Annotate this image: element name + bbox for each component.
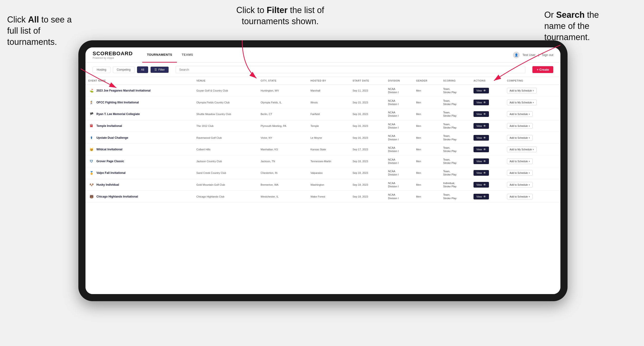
table-row: 🐱 Wildcat Invitational Colbert Hills Man… xyxy=(86,144,560,155)
view-button-2[interactable]: View 👁 xyxy=(474,111,489,117)
annotation-topright: Or Search thename of thetournament. xyxy=(544,9,634,43)
view-button-4[interactable]: View 👁 xyxy=(474,135,489,141)
eye-icon-0: 👁 xyxy=(483,89,486,92)
view-button-0[interactable]: View 👁 xyxy=(474,88,489,93)
table-row: 🛡 Grover Page Classic Jackson Country Cl… xyxy=(86,155,560,167)
division-cell-0: NCAADivision I xyxy=(385,85,413,97)
table-row: ⬆ Upstate Dual Challenge Ravenwood Golf … xyxy=(86,132,560,144)
city-state-cell-2: Berlin, CT xyxy=(258,108,308,120)
view-label-6: View xyxy=(476,160,482,163)
table-row: 🏛 Temple Invitational The 1912 Club Plym… xyxy=(86,120,560,132)
start-date-cell-6: Sep 18, 2023 xyxy=(350,155,385,167)
competing-cell-4: Add to Schedule + xyxy=(504,132,560,144)
competing-tab[interactable]: Competing xyxy=(113,66,135,73)
competing-cell-7: Add to Schedule + xyxy=(504,167,560,179)
search-input[interactable] xyxy=(176,66,526,73)
view-button-8[interactable]: View 👁 xyxy=(474,182,489,187)
eye-icon-8: 👁 xyxy=(483,183,486,186)
annotation-topleft: Click All to see a full list of tourname… xyxy=(7,14,74,47)
venue-cell-8: Gold Mountain Golf Club xyxy=(194,179,258,191)
header-right: 👤 Test User | Sign out xyxy=(513,52,553,58)
filter-button[interactable]: ☰ Filter xyxy=(150,67,168,73)
view-button-5[interactable]: View 👁 xyxy=(474,147,489,152)
gender-cell-2: Men xyxy=(413,108,440,120)
event-name-3: Temple Invitational xyxy=(96,124,122,128)
col-scoring: SCORING xyxy=(440,77,471,85)
all-tab[interactable]: All xyxy=(137,66,148,73)
add-schedule-button-3[interactable]: Add to Schedule + xyxy=(507,123,533,129)
view-label-5: View xyxy=(476,148,482,151)
annotation-topcenter: Click to Filter the list oftournaments s… xyxy=(218,5,342,27)
scoring-cell-2: Team,Stroke Play xyxy=(440,108,471,120)
create-button[interactable]: + Create xyxy=(532,66,553,73)
city-state-cell-7: Chesterton, IN xyxy=(258,167,308,179)
venue-cell-4: Ravenwood Golf Club xyxy=(194,132,258,144)
table-row: 🏴 Ryan T. Lee Memorial Collegiate Shuttl… xyxy=(86,108,560,120)
team-logo-4: ⬆ xyxy=(88,135,94,141)
scoring-cell-4: Team,Stroke Play xyxy=(440,132,471,144)
add-schedule-button-8[interactable]: Add to Schedule + xyxy=(507,182,533,187)
col-division: DIVISION xyxy=(385,77,413,85)
division-cell-2: NCAADivision I xyxy=(385,108,413,120)
event-name-cell-6: 🛡 Grover Page Classic xyxy=(86,155,194,167)
col-venue: VENUE xyxy=(194,77,258,85)
signout-link[interactable]: Sign out xyxy=(542,53,553,57)
start-date-cell-2: Sep 16, 2023 xyxy=(350,108,385,120)
view-label-4: View xyxy=(476,136,482,139)
filter-icon: ☰ xyxy=(154,68,157,71)
event-name-cell-9: 🐻 Chicago Highlands Invitational xyxy=(86,191,194,202)
event-name-6: Grover Page Classic xyxy=(96,160,124,163)
add-schedule-button-0[interactable]: Add to My Schedule + xyxy=(507,88,537,93)
city-state-cell-8: Bremerton, WA xyxy=(258,179,308,191)
logo-sub: Powered by clippd xyxy=(92,57,133,59)
hosting-tab[interactable]: Hosting xyxy=(92,66,110,73)
add-schedule-button-1[interactable]: Add to My Schedule + xyxy=(507,100,537,105)
view-button-1[interactable]: View 👁 xyxy=(474,100,489,105)
add-schedule-button-6[interactable]: Add to Schedule + xyxy=(507,159,533,164)
view-button-7[interactable]: View 👁 xyxy=(474,170,489,176)
event-name-cell-4: ⬆ Upstate Dual Challenge xyxy=(86,132,194,144)
city-state-cell-4: Victor, NY xyxy=(258,132,308,144)
hosted-by-cell-9: Wake Forest xyxy=(308,191,350,202)
scoring-cell-6: Team,Stroke Play xyxy=(440,155,471,167)
tournament-table-container: EVENT NAME VENUE CITY, STATE HOSTED BY S… xyxy=(86,77,560,294)
team-logo-6: 🛡 xyxy=(88,158,94,164)
competing-cell-2: Add to Schedule + xyxy=(504,108,560,120)
add-schedule-button-5[interactable]: Add to My Schedule + xyxy=(507,147,537,152)
scoring-cell-0: Team,Stroke Play xyxy=(440,85,471,97)
add-schedule-label-1: Add to My Schedule + xyxy=(510,101,534,104)
add-schedule-button-7[interactable]: Add to Schedule + xyxy=(507,170,533,176)
eye-icon-2: 👁 xyxy=(483,112,486,116)
eye-icon-4: 👁 xyxy=(483,136,486,140)
nav-tab-tournaments[interactable]: TOURNAMENTS xyxy=(142,47,177,63)
venue-cell-3: The 1912 Club xyxy=(194,120,258,132)
competing-cell-0: Add to My Schedule + xyxy=(504,85,560,97)
add-schedule-button-4[interactable]: Add to Schedule + xyxy=(507,135,533,141)
city-state-cell-6: Jackson, TN xyxy=(258,155,308,167)
gender-cell-6: Men xyxy=(413,155,440,167)
competing-cell-8: Add to Schedule + xyxy=(504,179,560,191)
competing-cell-5: Add to My Schedule + xyxy=(504,144,560,155)
event-name-5: Wildcat Invitational xyxy=(96,148,122,151)
add-schedule-button-9[interactable]: Add to Schedule + xyxy=(507,194,533,199)
division-cell-5: NCAADivision I xyxy=(385,144,413,155)
view-button-6[interactable]: View 👁 xyxy=(474,159,489,164)
nav-tab-teams[interactable]: TEAMS xyxy=(177,47,198,63)
view-button-9[interactable]: View 👁 xyxy=(474,194,489,199)
event-name-cell-0: ⛳ 2023 Joe Feaganes Marshall Invitationa… xyxy=(86,85,194,97)
view-button-3[interactable]: View 👁 xyxy=(474,123,489,129)
actions-cell-0: View 👁 xyxy=(471,85,504,97)
start-date-cell-1: Sep 15, 2023 xyxy=(350,97,385,108)
add-schedule-label-5: Add to My Schedule + xyxy=(510,148,534,151)
event-name-cell-7: 🏅 Valpo Fall Invitational xyxy=(86,167,194,179)
toolbar: Hosting Competing All ☰ Filter + Create xyxy=(86,63,560,77)
add-schedule-button-2[interactable]: Add to Schedule + xyxy=(507,111,533,117)
scoring-cell-3: Team,Stroke Play xyxy=(440,120,471,132)
table-row: 🏅 Valpo Fall Invitational Sand Creek Cou… xyxy=(86,167,560,179)
division-cell-6: NCAADivision I xyxy=(385,155,413,167)
team-logo-8: 🐶 xyxy=(88,182,94,188)
actions-cell-2: View 👁 xyxy=(471,108,504,120)
add-schedule-label-6: Add to Schedule + xyxy=(510,160,530,163)
actions-cell-4: View 👁 xyxy=(471,132,504,144)
venue-cell-2: Shuttle Meadow Country Club xyxy=(194,108,258,120)
